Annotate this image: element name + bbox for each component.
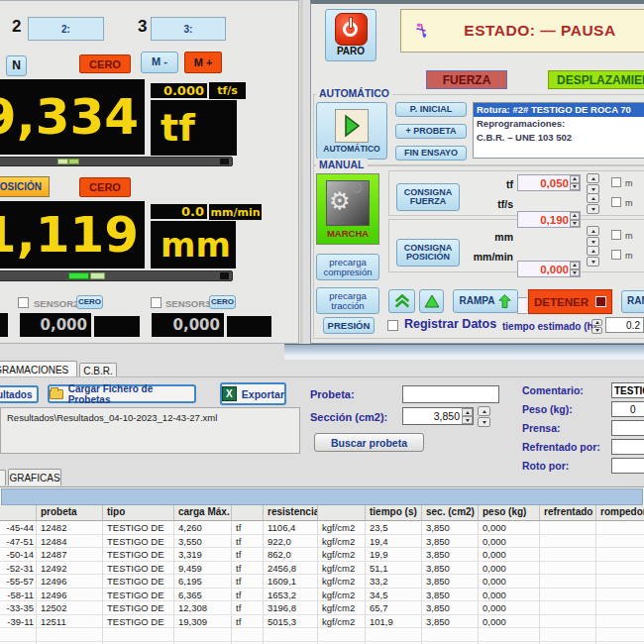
setpoint-tf-field[interactable]: 0,050 bbox=[517, 174, 581, 191]
table-header-cell[interactable]: carga Máx. bbox=[174, 505, 232, 521]
probeta-input[interactable] bbox=[402, 385, 499, 403]
rampa-button[interactable]: RAMPA bbox=[453, 289, 518, 313]
seccion-spinner[interactable] bbox=[462, 408, 473, 424]
force-cero-button[interactable]: CERO bbox=[79, 54, 131, 73]
program-item[interactable]: C.B.R. – UNE 103 502 bbox=[474, 131, 644, 145]
registrar-datos-checkbox[interactable] bbox=[387, 320, 398, 331]
table-header-cell[interactable]: rompedor bbox=[596, 505, 644, 521]
p-inicial-button[interactable]: P. INICIAL bbox=[395, 102, 467, 117]
exportar-label: Exportar bbox=[242, 388, 284, 400]
position-slider[interactable] bbox=[0, 270, 233, 281]
sensor3-cero-button[interactable]: CERO bbox=[209, 295, 236, 309]
table-header-row: probetatipocarga Máx.resistenciatiempo (… bbox=[0, 505, 644, 521]
results-grid[interactable]: probetatipocarga Máx.resistenciatiempo (… bbox=[0, 505, 644, 644]
sensor3-checkbox[interactable] bbox=[151, 297, 161, 308]
table-header-cell[interactable]: resistencia bbox=[264, 505, 318, 521]
table-header-cell[interactable]: sec. (cm2) bbox=[422, 505, 479, 521]
m-minus-button[interactable]: M - bbox=[141, 52, 178, 73]
setpoint-step-buttons[interactable] bbox=[587, 193, 599, 214]
cargar-probetas-button[interactable]: Cargar Fichero de Probetas bbox=[48, 384, 196, 403]
tab-reprogramaciones[interactable]: REPROGRAMACIONES bbox=[0, 361, 77, 377]
tab-graficas[interactable]: GRAFICAS bbox=[8, 469, 61, 485]
table-header-cell[interactable]: probeta bbox=[37, 505, 103, 521]
prensa-input[interactable] bbox=[611, 420, 644, 436]
setpoint-step-buttons[interactable] bbox=[587, 173, 599, 194]
force-slider-thumb[interactable] bbox=[57, 159, 68, 164]
newton-unit-button[interactable]: N bbox=[6, 55, 27, 76]
table-row[interactable]: -58-1112496TESTIGO DE6,365tf1653,2kgf/cm… bbox=[0, 589, 644, 602]
posicion-button[interactable]: POSICIÓN bbox=[0, 176, 50, 197]
m-plus-button[interactable]: M + bbox=[184, 52, 222, 73]
channel2-field[interactable]: 2: bbox=[28, 17, 104, 41]
detener-button[interactable]: DETENER bbox=[528, 289, 612, 314]
presion-button[interactable]: PRESIÓN bbox=[323, 317, 375, 334]
paro-button[interactable]: PARO bbox=[325, 9, 376, 61]
desplazamiento-mode-button[interactable]: DESPLAZAMIENTO bbox=[548, 70, 644, 89]
table-cell: 0,000 bbox=[479, 562, 540, 576]
table-row[interactable]: -55-5712496TESTIGO DE6,195tf1609,1kgf/cm… bbox=[0, 575, 644, 589]
position-cero-button[interactable]: CERO bbox=[79, 177, 131, 197]
file-path-box[interactable]: Resultados\Resultados_04-10-2023_12-43-2… bbox=[0, 407, 300, 454]
fuerza-mode-button[interactable]: FUERZA bbox=[426, 70, 507, 89]
roto-input[interactable] bbox=[611, 458, 644, 474]
rampa2-button[interactable]: RAMPA bbox=[621, 290, 644, 313]
refrentado-input[interactable] bbox=[611, 439, 644, 455]
seccion-field[interactable]: 3,850 bbox=[402, 407, 474, 425]
table-row[interactable]: -39-1112511TESTIGO DE19,309tf5015,3kgf/c… bbox=[0, 615, 644, 629]
force-slider[interactable] bbox=[0, 157, 233, 166]
tiempo-spinner[interactable] bbox=[591, 319, 602, 334]
program-item[interactable]: Reprogramaciones: bbox=[474, 117, 644, 131]
buscar-probeta-button[interactable]: Buscar probeta bbox=[314, 433, 424, 452]
rampa-label: RAMPA bbox=[460, 296, 495, 307]
mas-probeta-button[interactable]: + PROBETA bbox=[395, 124, 467, 139]
tab-cbr[interactable]: C.B.R. bbox=[79, 363, 117, 377]
tab-resultados-partial[interactable] bbox=[0, 470, 6, 485]
table-header-cell[interactable]: peso (kg) bbox=[479, 505, 540, 521]
table-header-cell[interactable]: tipo bbox=[103, 505, 174, 521]
automatico-button[interactable]: AUTOMÁTICO bbox=[316, 102, 387, 160]
program-item-selected[interactable]: Rotura: #2# TESTIGO DE ROCA 70 bbox=[474, 103, 644, 117]
tiempo-estimado-field[interactable]: 0.2 bbox=[605, 317, 644, 333]
setpoint-checkbox[interactable] bbox=[611, 250, 621, 260]
position-slider-thumb[interactable] bbox=[68, 272, 89, 279]
table-row[interactable]: -47-5112484TESTIGO DE3,550tf922,0kgf/cm2… bbox=[0, 535, 644, 549]
sensor2-cero-button[interactable]: CERO bbox=[76, 295, 103, 309]
program-listbox[interactable]: Rotura: #2# TESTIGO DE ROCA 70 Reprogram… bbox=[473, 102, 644, 159]
setpoint-checkbox[interactable] bbox=[611, 177, 621, 187]
peso-input[interactable] bbox=[611, 401, 644, 417]
sensor2-checkbox[interactable] bbox=[18, 297, 29, 308]
fin-ensayo-button[interactable]: FIN ENSAYO bbox=[395, 146, 467, 161]
force-slider-thumb2[interactable] bbox=[68, 159, 79, 164]
setpoint-step-buttons[interactable] bbox=[587, 246, 599, 267]
cargar-resultados-button[interactable]: Resultados bbox=[0, 385, 39, 403]
setpoint-mm-field[interactable]: 0,000 bbox=[517, 261, 581, 277]
table-row[interactable]: -33-3512502TESTIGO DE12,308tf3196,8kgf/c… bbox=[0, 601, 644, 615]
table-header-cell[interactable] bbox=[0, 505, 37, 521]
spinner[interactable] bbox=[570, 212, 580, 227]
setpoint-step-buttons[interactable] bbox=[587, 226, 599, 247]
spinner[interactable] bbox=[570, 175, 580, 190]
comentario-input[interactable] bbox=[611, 382, 644, 398]
fast-up-button[interactable] bbox=[388, 289, 415, 313]
table-cell bbox=[422, 628, 479, 642]
table-cell: TESTIGO DE bbox=[103, 535, 174, 549]
table-header-cell[interactable] bbox=[232, 505, 264, 521]
table-header-cell[interactable] bbox=[318, 505, 366, 521]
precarga-compresion-button[interactable]: precarga compresión bbox=[316, 254, 379, 280]
exportar-button[interactable]: X Exportar bbox=[220, 382, 286, 405]
spinner[interactable] bbox=[570, 262, 580, 276]
marcha-button[interactable]: ⚙ ⚙ MARCHA bbox=[316, 173, 379, 245]
table-row[interactable]: -50-1412487TESTIGO DE3,319tf862,0kgf/cm2… bbox=[0, 548, 644, 562]
table-header-cell[interactable]: refrentado bbox=[540, 505, 596, 521]
table-row[interactable]: -45-4412482TESTIGO DE4,260tf1106,4kgf/cm… bbox=[0, 521, 644, 535]
slow-up-button[interactable] bbox=[419, 289, 444, 313]
table-row[interactable]: -52-3112492TESTIGO DE9,459tf2456,8kgf/cm… bbox=[0, 562, 644, 576]
table-header-cell[interactable]: tiempo (s) bbox=[366, 505, 422, 521]
setpoint-tfs-field[interactable]: 0,190 bbox=[517, 211, 581, 228]
setpoint-checkbox[interactable] bbox=[611, 230, 621, 240]
position-slider-thumb2[interactable] bbox=[90, 272, 105, 279]
setpoint-checkbox[interactable] bbox=[611, 197, 621, 207]
precarga-traccion-button[interactable]: precarga tracción bbox=[316, 287, 379, 314]
seccion-step-buttons[interactable] bbox=[478, 406, 490, 427]
channel3-field[interactable]: 3: bbox=[151, 17, 226, 41]
